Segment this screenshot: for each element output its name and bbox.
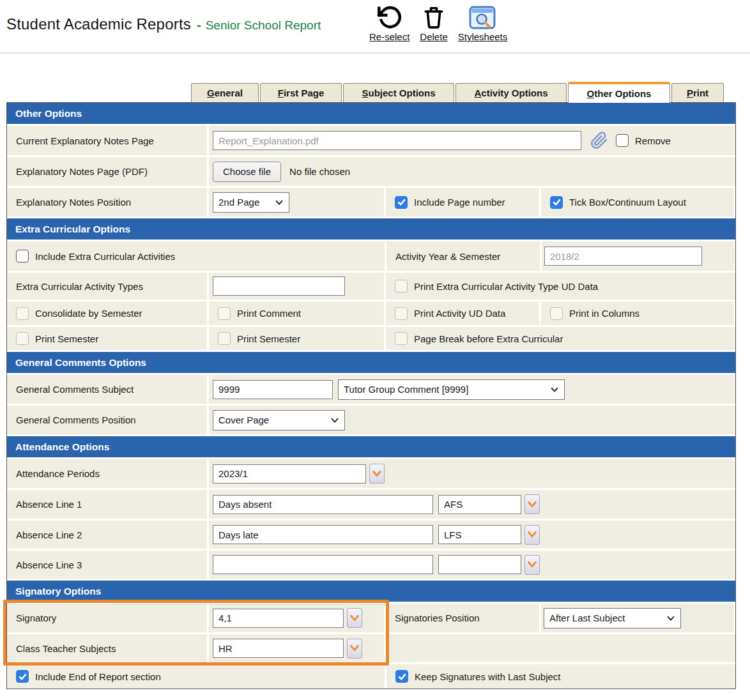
attendance-periods-lookup-button[interactable] [369,464,385,483]
include-page-number-label: Include Page number [414,197,505,208]
print-comment-label: Print Comment [237,308,301,319]
consolidate-semester-label: Consolidate by Semester [35,308,142,319]
chevron-down-icon [666,614,675,623]
delete-label: Delete [420,31,447,42]
stylesheets-button[interactable]: Stylesheets [458,3,508,42]
page-header: Student Academic Reports - Senior School… [0,0,750,54]
row-absence-line-3: Absence Line 3 [7,551,735,579]
absence-line3-text-input[interactable] [213,555,433,574]
keep-signatures-label: Keep Signatures with Last Subject [415,671,560,682]
include-extra-curricular-checkbox[interactable] [16,250,29,262]
tab-first-page[interactable]: First Page [260,83,342,102]
title-dash: - [197,18,201,33]
row-end-of-report: Include End of Report section Keep Signa… [7,664,735,689]
tab-subject-options[interactable]: Subject Options [343,83,454,102]
row-absence-line-2: Absence Line 2 [7,521,735,549]
undo-icon [377,3,402,30]
tab-bar: General First Page Subject Options Activ… [191,82,724,102]
row-extra-curricular-checks-1: Consolidate by Semester Print Comment Pr… [7,301,735,325]
print-activity-ud-checkbox [395,307,408,320]
toolbar: Re-select Delete Stylesheet [369,3,507,42]
row-extra-curricular-checks-2: Print Semester Print Semester Page Break… [7,327,735,350]
paperclip-icon[interactable] [590,132,608,149]
section-header-signatory: Signatory Options [7,581,735,602]
include-end-of-report-checkbox[interactable] [16,670,29,683]
signatory-input[interactable] [213,609,344,628]
activity-types-input[interactable] [213,277,345,296]
gc-subject-input[interactable] [213,380,333,399]
row-signatory: Signatory Signatories Position After Las… [7,604,735,632]
print-activity-ud-label: Print Activity UD Data [414,308,505,319]
signatories-position-label: Signatories Position [395,612,480,623]
notes-pdf-label: Explanatory Notes Page (PDF) [16,166,148,177]
row-attendance-periods: Attendance Periods [7,459,735,488]
print-comment-checkbox [218,307,231,320]
stylesheets-label: Stylesheets [458,31,508,42]
print-semester-mid-checkbox [218,332,231,345]
absence-line3-lookup-button[interactable] [524,555,540,575]
gc-position-select[interactable]: Cover Page [213,410,345,430]
row-absence-line-1: Absence Line 1 [7,490,735,519]
current-notes-input [213,131,581,150]
class-teacher-input[interactable] [213,639,344,658]
gc-position-label: General Comments Position [16,415,136,425]
orange-chevron-down-icon [349,644,360,653]
chevron-down-icon [550,385,559,394]
print-semester-left-checkbox [16,332,29,345]
row-explanatory-notes-pdf: Explanatory Notes Page (PDF) Choose file… [7,157,735,186]
row-notes-position: Explanatory Notes Position 2nd Page Incl… [7,188,735,217]
class-teacher-lookup-button[interactable] [347,639,362,658]
absence-line1-text-input[interactable] [213,495,433,514]
tab-activity-options[interactable]: Activity Options [455,83,567,102]
row-include-extra-curricular: Include Extra Curricular Activities Acti… [7,241,735,271]
signatory-lookup-button[interactable] [347,608,362,628]
stylesheet-search-icon [469,3,496,30]
tab-print[interactable]: Print [671,83,724,102]
absence-line1-label: Absence Line 1 [16,499,82,510]
row-activity-types: Extra Curricular Activity Types Print Ex… [7,273,735,300]
print-in-columns-checkbox [550,307,563,320]
choose-file-button[interactable]: Choose file [213,162,281,182]
tab-other-options[interactable]: Other Options [568,82,670,103]
row-class-teacher-subjects: Class Teacher Subjects [7,634,735,662]
empty-cell [386,634,735,662]
include-extra-curricular-label: Include Extra Curricular Activities [35,251,175,262]
notes-position-select[interactable]: 2nd Page [213,192,289,213]
class-teacher-label: Class Teacher Subjects [16,643,116,654]
reselect-button[interactable]: Re-select [369,3,409,42]
remove-label: Remove [635,135,671,146]
absence-line2-text-input[interactable] [213,525,433,544]
include-page-number-checkbox[interactable] [395,196,408,209]
print-semester-mid-label: Print Semester [237,333,300,344]
settings-panel: Other Options Current Explanatory Notes … [6,102,736,689]
absence-line2-code-input[interactable] [438,525,521,544]
gc-subject-select[interactable]: Tutor Group Comment [9999] [338,379,565,400]
absence-line2-lookup-button[interactable] [524,525,540,545]
signatories-position-select[interactable]: After Last Subject [544,608,681,628]
absence-line3-code-input[interactable] [438,555,521,574]
print-type-ud-checkbox [395,280,408,293]
tab-general[interactable]: General [191,83,259,102]
row-current-explanatory-notes: Current Explanatory Notes Page Remove [7,126,735,155]
title-block: Student Academic Reports - Senior School… [6,15,321,33]
gc-subject-label: General Comments Subject [16,384,134,395]
attendance-periods-input[interactable] [213,464,366,483]
tick-box-layout-checkbox[interactable] [550,196,563,209]
section-header-extra-curricular: Extra Curricular Options [7,218,735,240]
absence-line1-code-input[interactable] [438,495,521,514]
absence-line2-label: Absence Line 2 [16,529,82,540]
activity-year-input [544,247,702,266]
print-semester-left-label: Print Semester [35,333,98,344]
trash-icon [422,3,445,30]
remove-checkbox[interactable] [616,134,629,147]
file-status-text: No file chosen [289,166,350,177]
row-general-comments-position: General Comments Position Cover Page [7,406,735,434]
page-break-checkbox [395,332,408,345]
print-type-ud-label: Print Extra Curricular Activity Type UD … [414,281,598,292]
absence-line3-label: Absence Line 3 [16,559,82,570]
keep-signatures-checkbox[interactable] [395,670,408,683]
delete-button[interactable]: Delete [420,3,447,42]
page-title: Student Academic Reports [6,15,191,33]
absence-line1-lookup-button[interactable] [524,494,540,514]
chevron-down-icon [330,416,339,425]
